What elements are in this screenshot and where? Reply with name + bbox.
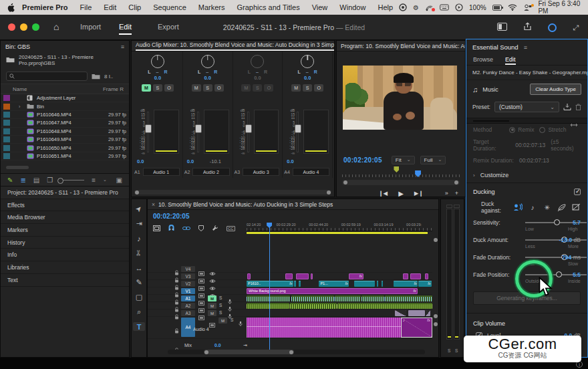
bin-search-input[interactable] [6, 72, 88, 81]
timeline-clip[interactable] [294, 281, 296, 287]
solo-button[interactable]: S [253, 84, 262, 92]
fader-handle[interactable] [295, 124, 301, 133]
duck-sfx-icon[interactable]: ✳ [543, 203, 551, 212]
pan-value[interactable]: 0.0 [133, 75, 182, 81]
track-solo-button[interactable]: S [219, 303, 222, 308]
slider-value[interactable]: 5.7 [573, 219, 581, 226]
timeline-clip[interactable]: White Background.pngfx [247, 288, 418, 294]
mix-value[interactable]: 0.0 [214, 343, 221, 348]
apple-logo-icon[interactable] [7, 3, 15, 12]
panel-tab-info[interactable]: Info [1, 249, 129, 261]
workspaces-icon[interactable] [497, 21, 507, 33]
track-target-a3[interactable]: A3 [181, 310, 195, 316]
slider-value[interactable]: -18.0 dB [559, 237, 581, 243]
track-target-v2[interactable]: V2 [181, 281, 195, 287]
mute-button[interactable]: M [291, 84, 301, 92]
track-select-forward-tool[interactable]: ⇥ [136, 219, 142, 228]
menu-window[interactable]: Window [333, 3, 372, 11]
track-solo-button[interactable]: S [219, 310, 222, 315]
play-button[interactable]: ▶ [398, 190, 404, 197]
fader-rail[interactable] [147, 112, 149, 152]
close-sequence-icon[interactable]: × [152, 201, 155, 208]
pan-value[interactable]: 0.0 [233, 75, 283, 81]
thumbnail-zoom-slider[interactable] [60, 180, 84, 180]
pan-knob[interactable] [151, 55, 164, 68]
pan-knob[interactable] [301, 55, 314, 68]
panel-tab-effects[interactable]: Effects [1, 199, 129, 212]
track-mute-button[interactable]: M [208, 295, 216, 301]
customize-label[interactable]: Customize [480, 172, 509, 178]
track-target-a1[interactable]: A1 [181, 295, 195, 301]
new-bin-icon[interactable]: ▣ [116, 176, 122, 184]
nested-sequence-icon[interactable] [153, 225, 160, 233]
tab-browse[interactable]: Browse [473, 56, 493, 65]
bin-panel-menu-icon[interactable]: ≡ [121, 43, 124, 50]
label-color-swatch[interactable] [3, 145, 10, 151]
program-timecode[interactable]: 00:02:20:05 [343, 156, 382, 164]
fader-handle[interactable] [145, 124, 152, 133]
slider-handle[interactable] [556, 271, 562, 277]
button-editor-icon[interactable]: » [445, 190, 448, 197]
timeline-clip[interactable] [403, 273, 408, 279]
timeline-clip[interactable] [285, 273, 293, 279]
menu-premiere-pro[interactable]: Premiere Pro [21, 3, 74, 11]
bin-scrollbar[interactable] [6, 166, 29, 169]
track-target-v1[interactable]: V1 [181, 288, 195, 294]
label-color-swatch[interactable] [3, 128, 10, 134]
timeline-clip[interactable]: fx [418, 281, 431, 287]
timeline-clip[interactable] [247, 273, 250, 279]
track-lock-icon[interactable] [174, 324, 179, 336]
timeline-clip[interactable]: fx [394, 281, 418, 287]
timeline-playhead[interactable] [269, 226, 271, 350]
timeline-clip[interactable] [290, 303, 337, 309]
sort-chevron-icon[interactable]: ⌄ [103, 177, 107, 182]
edit-pencil-icon[interactable]: ✎ [7, 176, 13, 184]
menu-clock[interactable]: Fri Sep 6 3:40 PM [538, 0, 581, 15]
screen-record-icon[interactable] [399, 3, 407, 12]
bin-item-name[interactable]: Adjustment Layer [37, 95, 76, 101]
timeline-clip[interactable] [354, 281, 375, 287]
pan-value[interactable]: 0.0 [183, 75, 233, 81]
menu-view[interactable]: View [306, 3, 334, 11]
method-remix-radio[interactable]: Remix [509, 126, 534, 133]
label-color-swatch[interactable] [3, 120, 10, 126]
panel-tab-history[interactable]: History [1, 237, 129, 249]
pan-knob[interactable] [251, 55, 264, 68]
streaming-icon[interactable] [425, 3, 434, 12]
program-tab-label[interactable]: Program: 10. Smoothly Blend Voice and Mu… [341, 43, 465, 49]
fader-rail[interactable] [247, 112, 249, 152]
timeline-clip[interactable] [385, 295, 432, 301]
selection-tool[interactable]: ➤ [134, 204, 144, 215]
timeline-clip[interactable] [410, 273, 422, 279]
menu-sequence[interactable]: Sequence [147, 3, 192, 11]
timeline-timecode[interactable]: 00:02:20:05 [153, 213, 189, 220]
razor-tool[interactable]: ✄ [135, 250, 144, 256]
gear-icon[interactable]: ⚙ [413, 3, 419, 12]
label-color-swatch[interactable] [3, 104, 10, 110]
bin-row-p1610649-mp4[interactable]: P1610649.MP429.97 fp [1, 136, 129, 144]
timeline-clip[interactable] [361, 295, 384, 301]
slider-value[interactable]: 5.5 [573, 271, 581, 278]
music-clip-selected-end[interactable]: ♪fx [401, 318, 432, 338]
step-back-button[interactable]: ❙◀ [378, 190, 388, 197]
list-view-icon[interactable]: ≣ [20, 176, 25, 184]
mute-button[interactable]: M [192, 84, 201, 92]
mute-button[interactable]: M [142, 84, 151, 92]
type-tool[interactable]: T [133, 322, 145, 331]
ducking-checkbox[interactable] [574, 189, 581, 195]
pen-tool[interactable]: ✎ [136, 278, 142, 287]
track-name-button[interactable]: Audio 3 [243, 168, 279, 176]
strip-volume-value[interactable]: 0.0 [287, 158, 293, 164]
new-search-bin-icon[interactable] [92, 70, 100, 82]
timeline-clip[interactable] [395, 310, 406, 316]
music-clip[interactable] [247, 318, 420, 338]
keyboard-icon[interactable] [440, 3, 449, 12]
program-scrollbar[interactable] [342, 180, 460, 185]
label-color-swatch[interactable] [3, 136, 10, 142]
slider-value[interactable]: 794 ms [562, 254, 581, 261]
timeline-ruler[interactable]: 02:14:2000:02:29:2000:02:44:2000:02:59:1… [247, 222, 432, 231]
mixer-tab-label[interactable]: Audio Clip Mixer: 10. Smoothly Blend Voi… [136, 41, 334, 51]
captions-icon[interactable]: CC [227, 226, 235, 231]
twirl-icon[interactable]: › [19, 104, 20, 109]
duck-ambience-icon[interactable] [557, 203, 566, 212]
